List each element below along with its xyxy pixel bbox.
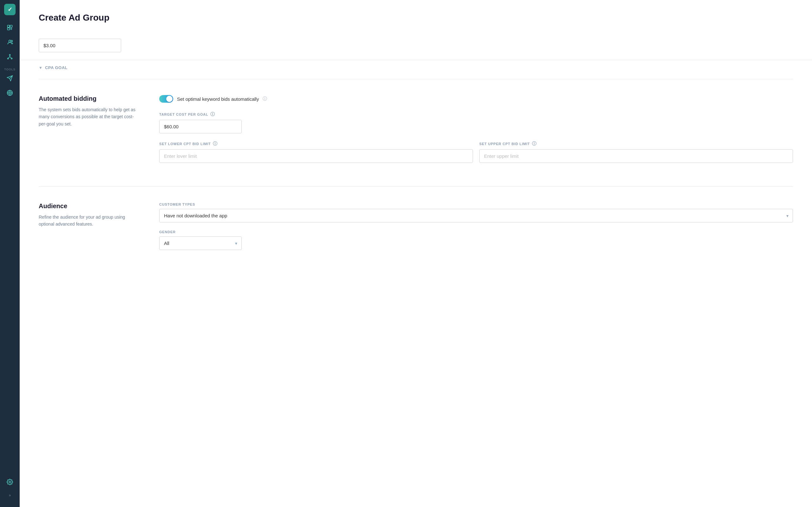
automated-bidding-section: Automated bidding The system sets bids a…: [39, 79, 793, 186]
toggle-info-icon[interactable]: ⓘ: [263, 96, 267, 102]
sidebar-expand-button[interactable]: »: [6, 491, 14, 500]
chevron-down-icon: ▼: [39, 66, 43, 70]
svg-point-7: [11, 58, 12, 59]
send-icon: [7, 75, 13, 81]
svg-point-9: [8, 91, 11, 95]
automated-bidding-toggle[interactable]: [159, 95, 173, 103]
customer-types-wrapper: Have not downloaded the app All users Ex…: [159, 209, 793, 222]
gender-select[interactable]: All Male Female: [159, 236, 242, 250]
toggle-row: Set optimal keyword bids automatically ⓘ: [159, 95, 793, 103]
svg-point-3: [9, 40, 11, 42]
bid-limits-row: SET LOWER CPT BID LIMIT ⓘ SET UPPER CPT …: [159, 141, 793, 170]
lower-bid-label: SET LOWER CPT BID LIMIT ⓘ: [159, 141, 473, 147]
gender-field: GENDER All Male Female ▾: [159, 230, 793, 250]
svg-point-5: [9, 55, 10, 55]
audience-icon: [7, 39, 13, 45]
app-logo[interactable]: ✓: [4, 4, 15, 15]
automated-bidding-title: Automated bidding: [39, 95, 140, 102]
add-icon: [7, 24, 13, 31]
svg-rect-1: [10, 25, 12, 27]
gender-label: GENDER: [159, 230, 793, 234]
toggle-label: Set optimal keyword bids automatically: [177, 96, 259, 102]
svg-point-10: [9, 92, 10, 93]
audience-section: Audience Refine the audience for your ad…: [39, 186, 793, 274]
upper-bid-input[interactable]: [479, 149, 793, 163]
gender-wrapper: All Male Female ▾: [159, 236, 242, 250]
settings-icon: [7, 479, 13, 485]
svg-point-6: [8, 58, 9, 59]
sidebar-item-network[interactable]: [4, 51, 16, 63]
sidebar-bottom: »: [4, 476, 16, 503]
customer-types-label: CUSTOMER TYPES: [159, 203, 793, 206]
audience-title: Audience: [39, 203, 140, 210]
svg-point-11: [9, 481, 11, 483]
lower-bid-input[interactable]: [159, 149, 473, 163]
tools-label: TOOLS: [4, 68, 15, 71]
sidebar-item-settings[interactable]: [4, 476, 16, 488]
upper-bid-info-icon[interactable]: ⓘ: [532, 141, 537, 147]
top-separator: [20, 60, 812, 60]
sidebar-item-audience[interactable]: [4, 36, 16, 48]
audience-desc: Refine the audience for your ad group us…: [39, 214, 140, 228]
section-right-bidding: Set optimal keyword bids automatically ⓘ…: [159, 95, 793, 170]
cpa-goal-label: CPA GOAL: [45, 65, 67, 70]
svg-rect-2: [8, 28, 10, 30]
upper-bid-field: SET UPPER CPT BID LIMIT ⓘ: [479, 141, 793, 170]
network-icon: [7, 54, 13, 60]
sidebar-item-targeting[interactable]: [4, 87, 16, 99]
lower-bid-field: SET LOWER CPT BID LIMIT ⓘ: [159, 141, 473, 170]
page-title: Create Ad Group: [39, 13, 793, 23]
toggle-thumb: [166, 96, 172, 102]
section-left-bidding: Automated bidding The system sets bids a…: [39, 95, 140, 170]
target-cost-input[interactable]: [159, 120, 242, 133]
svg-rect-0: [8, 25, 10, 27]
target-cost-field: TARGET COST PER GOAL ⓘ: [159, 112, 793, 133]
sidebar-item-send[interactable]: [4, 72, 16, 84]
target-cost-label: TARGET COST PER GOAL ⓘ: [159, 112, 793, 117]
logo-checkmark-icon: ✓: [8, 6, 12, 13]
section-right-audience: CUSTOMER TYPES Have not downloaded the a…: [159, 203, 793, 258]
section-left-audience: Audience Refine the audience for your ad…: [39, 203, 140, 258]
toggle-track: [159, 95, 173, 103]
automated-bidding-desc: The system sets bids automatically to he…: [39, 106, 140, 127]
target-icon: [7, 90, 13, 96]
svg-point-4: [11, 40, 12, 42]
target-cost-info-icon[interactable]: ⓘ: [210, 112, 215, 117]
bid-value-input[interactable]: [39, 39, 121, 52]
customer-types-field: CUSTOMER TYPES Have not downloaded the a…: [159, 203, 793, 222]
sidebar: ✓ TOOLS »: [0, 0, 20, 507]
cpa-goal-row[interactable]: ▼ CPA GOAL: [39, 65, 793, 70]
customer-types-select[interactable]: Have not downloaded the app All users Ex…: [159, 209, 793, 222]
cpa-goal-section: ▼ CPA GOAL: [39, 32, 793, 79]
lower-bid-info-icon[interactable]: ⓘ: [213, 141, 217, 147]
sidebar-item-add[interactable]: [4, 21, 16, 34]
main-content: Create Ad Group ▼ CPA GOAL Automated bid…: [20, 0, 812, 507]
upper-bid-label: SET UPPER CPT BID LIMIT ⓘ: [479, 141, 793, 147]
